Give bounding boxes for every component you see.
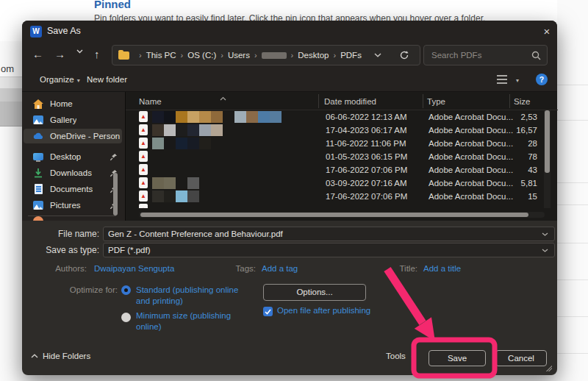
background-text-fragment: om	[1, 63, 14, 74]
save-as-type-value: PDF (*.pdf)	[108, 246, 151, 254]
address-dropdown-icon[interactable]	[374, 53, 381, 57]
refresh-icon[interactable]	[399, 50, 409, 63]
navigation-pane: Home Gallery OneDrive - Person Desktop	[22, 92, 125, 221]
scrollbar-thumb[interactable]	[140, 213, 528, 217]
save-as-type-select[interactable]: PDF (*.pdf)	[103, 243, 555, 257]
recent-locations-icon[interactable]	[76, 49, 83, 54]
file-row[interactable]: ▲ 01-05-2023 06:15 PM Adobe Acrobat Docu…	[126, 150, 558, 163]
open-file-after-publishing-checkbox[interactable]	[263, 307, 273, 316]
breadcrumb-pdfs[interactable]: PDFs	[340, 51, 362, 60]
save-button[interactable]: Save	[429, 350, 486, 366]
file-row-partial[interactable]: ▲	[126, 203, 558, 208]
authors-label: Authors:	[44, 264, 87, 273]
scrollbar-thumb[interactable]	[545, 110, 550, 173]
up-icon[interactable]: ↑	[94, 48, 100, 60]
dialog-title: Save As	[47, 26, 81, 36]
background-table-line	[557, 120, 588, 121]
search-icon[interactable]	[531, 51, 541, 63]
column-header-type[interactable]: Type	[427, 97, 445, 106]
sidebar-item-desktop[interactable]: Desktop	[24, 149, 122, 164]
add-tag-link[interactable]: Add a tag	[262, 264, 298, 273]
pictures-icon	[32, 199, 44, 211]
organize-button[interactable]: Organize▾	[40, 75, 80, 84]
breadcrumb-username-redacted[interactable]	[262, 52, 287, 59]
sidebar-item-downloads[interactable]: Downloads	[24, 165, 122, 180]
home-icon	[32, 98, 44, 110]
chevron-down-icon[interactable]	[542, 249, 548, 252]
authors-value[interactable]: Dwaipayan Sengupta	[94, 264, 174, 273]
file-row[interactable]: ▲ 03-09-2022 07:16 AM Adobe Acrobat Docu…	[126, 177, 558, 190]
pin-icon[interactable]	[110, 153, 118, 163]
file-rows: ▲ 06-06-2022 12:13 AM Adobe Acrobat Docu…	[126, 110, 558, 208]
radio-standard-label[interactable]: Standard (publishing online and printing…	[136, 285, 246, 307]
pdf-file-icon: ▲	[139, 138, 148, 149]
tags-label: Tags:	[228, 264, 256, 273]
background-table-line	[557, 204, 588, 205]
tools-button[interactable]: Tools	[386, 352, 406, 360]
breadcrumb-os-c[interactable]: OS (C:)	[187, 51, 216, 60]
file-row[interactable]: ▲ 17-04-2023 06:17 AM Adobe Acrobat Docu…	[126, 124, 558, 137]
file-row[interactable]: ▲ 17-06-2022 07:06 PM Adobe Acrobat Docu…	[126, 163, 558, 177]
column-divider[interactable]	[423, 94, 423, 108]
breadcrumb-separator: ›	[333, 51, 336, 60]
back-icon[interactable]: ←	[32, 48, 43, 60]
chevron-up-icon	[31, 354, 38, 358]
breadcrumb-users[interactable]: Users	[228, 51, 250, 60]
options-button[interactable]: Options...	[263, 284, 366, 301]
column-divider[interactable]	[509, 94, 510, 108]
help-icon[interactable]: ?	[536, 74, 548, 85]
sidebar-scrollbar[interactable]	[113, 173, 118, 216]
breadcrumb-separator: ›	[139, 51, 142, 60]
view-options-icon[interactable]	[496, 74, 508, 87]
breadcrumb-separator: ›	[291, 51, 294, 60]
sidebar-item-home[interactable]: Home	[24, 96, 122, 111]
column-header-date-modified[interactable]: Date modified	[324, 97, 376, 106]
radio-standard[interactable]	[121, 285, 131, 295]
forward-icon[interactable]: →	[54, 48, 65, 60]
title-bar[interactable]: W Save As ×	[22, 21, 557, 43]
file-row[interactable]: ▲ 11-06-2022 11:06 PM Adobe Acrobat Docu…	[126, 137, 558, 150]
sidebar-item-pictures[interactable]: Pictures	[24, 198, 122, 213]
sidebar-item-onedrive[interactable]: OneDrive - Person	[24, 129, 122, 143]
redacted-file-name	[152, 124, 223, 136]
hide-folders-button[interactable]: Hide Folders	[31, 352, 90, 360]
column-header-name[interactable]: Name	[139, 97, 162, 106]
file-name-input[interactable]: Gen Z - Content Preference and Behaviour…	[103, 227, 555, 241]
radio-minimum-size[interactable]	[121, 313, 131, 322]
close-icon[interactable]: ×	[539, 24, 555, 40]
background-row	[0, 102, 22, 127]
file-row[interactable]: ▲ 06-06-2022 12:13 AM Adobe Acrobat Docu…	[126, 110, 558, 124]
open-file-after-publishing-label[interactable]: Open file after publishing	[277, 306, 370, 315]
pdf-file-icon: ▲	[139, 177, 148, 188]
file-type: Adobe Acrobat Docu...	[429, 165, 513, 174]
sidebar-item-partial[interactable]	[24, 214, 122, 221]
resize-grip[interactable]	[545, 365, 552, 371]
save-as-type-label: Save as type:	[22, 245, 99, 255]
radio-minimum-size-label[interactable]: Minimum size (publishing online)	[136, 310, 246, 332]
search-input[interactable]	[430, 48, 526, 63]
address-bar[interactable]: › This PC › OS (C:) › Users › › Desktop …	[112, 45, 420, 65]
vertical-scrollbar[interactable]	[544, 110, 551, 208]
file-size: 28	[528, 139, 537, 148]
chevron-down-icon[interactable]: ▾	[412, 354, 415, 360]
column-divider[interactable]	[318, 94, 319, 108]
background-table-line	[557, 353, 588, 354]
breadcrumb-desktop[interactable]: Desktop	[298, 51, 329, 60]
cancel-button[interactable]: Cancel	[495, 350, 547, 366]
sidebar-item-documents[interactable]: Documents	[24, 182, 122, 196]
documents-icon	[32, 183, 44, 195]
redacted-file-name	[152, 177, 199, 189]
breadcrumb-this-pc[interactable]: This PC	[146, 51, 176, 60]
horizontal-scrollbar[interactable]	[139, 212, 545, 218]
file-row[interactable]: ▲ 17-06-2022 07:06 PM Adobe Acrobat Docu…	[126, 190, 558, 203]
pinned-heading: Pinned	[94, 0, 131, 10]
file-type: Adobe Acrobat Docu...	[429, 152, 513, 161]
add-title-link[interactable]: Add a title	[423, 264, 461, 273]
pdf-file-icon: ▲	[139, 204, 148, 208]
sidebar-item-gallery[interactable]: Gallery	[24, 113, 122, 127]
word-app-icon: W	[30, 26, 42, 38]
chevron-down-icon[interactable]	[542, 232, 548, 236]
column-header-size[interactable]: Size	[514, 97, 530, 106]
chevron-down-icon[interactable]: ▾	[516, 77, 519, 84]
new-folder-button[interactable]: New folder	[87, 75, 127, 84]
